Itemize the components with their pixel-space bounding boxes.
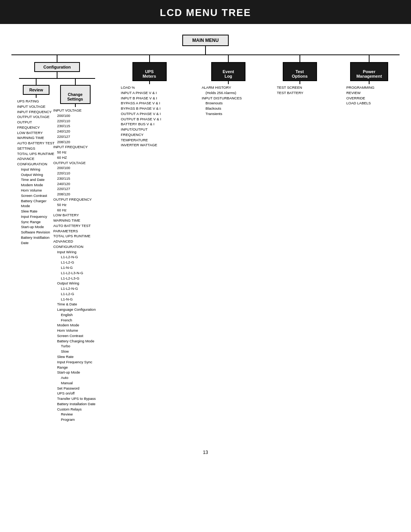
review-col: Review UPS RATING INPUT VOLTAGE INPUT FR…	[19, 79, 53, 423]
page-title-bar: LCD MENU TREE	[0, 0, 411, 24]
event-log-box: Event Log	[211, 62, 245, 81]
review-box: Review	[23, 85, 49, 95]
power-management-box: Power Management	[350, 62, 388, 81]
col-configuration: Configuration Review UPS RATING	[15, 55, 99, 423]
event-log-list: ALARM HISTORY (Holds 256 Alarms) INPUT D…	[202, 84, 255, 117]
col-power-management: Power Management PROGRAMMING REVIEW OVER…	[342, 55, 396, 107]
page-number: 13	[0, 446, 411, 459]
main-menu-box: MAIN MENU	[182, 35, 228, 46]
review-list: UPS RATING INPUT VOLTAGE INPUT FREQUENCY…	[17, 98, 55, 246]
col-test-options: Test Options TEST SCREEN TEST BATTERY	[275, 55, 325, 96]
test-options-box: Test Options	[283, 62, 317, 81]
change-settings-box: Change Settings	[60, 85, 91, 104]
power-management-list: PROGRAMMING REVIEW OVERRIDE LOAD LABELS	[346, 84, 392, 107]
col-ups-meters: UPS Meters LOAD % INPUT A PHASE V & I IN…	[117, 55, 182, 149]
test-options-list: TEST SCREEN TEST BATTERY	[277, 84, 323, 96]
change-settings-list: INPUT VOLTAGE 200/100 220/110 230/115 24…	[53, 107, 97, 423]
ups-meters-list: LOAD % INPUT A PHASE V & I INPUT B PHASE…	[121, 84, 178, 149]
ups-meters-box: UPS Meters	[132, 62, 167, 81]
config-box: Configuration	[34, 62, 80, 72]
col-event-log: Event Log ALARM HISTORY (Holds 256 Alarm…	[200, 55, 257, 117]
change-settings-col: Change Settings INPUT VOLTAGE 200/100 22…	[55, 79, 95, 423]
